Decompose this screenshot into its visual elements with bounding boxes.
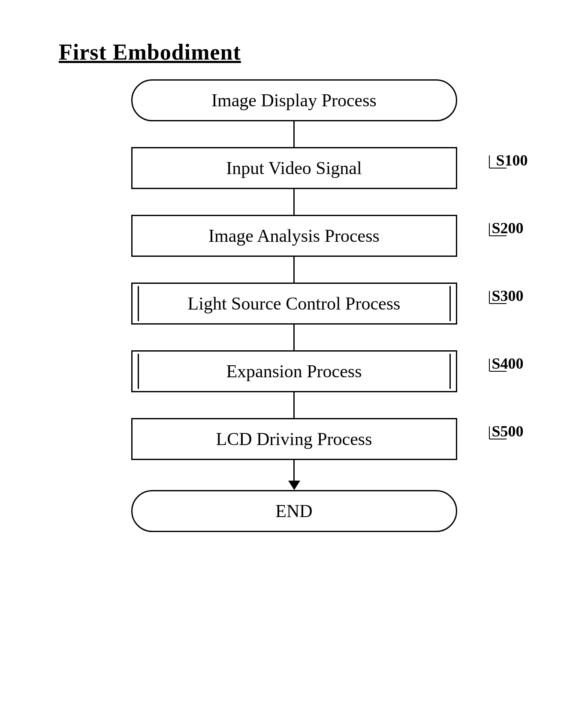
page-title: First Embodiment bbox=[59, 39, 241, 65]
input-video-node: Input Video Signal bbox=[131, 147, 457, 189]
s100-bracket bbox=[487, 147, 524, 189]
input-video-label: Input Video Signal bbox=[226, 158, 362, 178]
page: First Embodiment Image Display Process I… bbox=[0, 0, 588, 722]
image-analysis-label: Image Analysis Process bbox=[208, 226, 380, 246]
expansion-wrapper: Expansion Process S400 bbox=[101, 350, 487, 392]
end-wrapper: END bbox=[101, 490, 487, 532]
image-analysis-node: Image Analysis Process bbox=[131, 215, 457, 257]
lcd-driving-node: LCD Driving Process bbox=[131, 418, 457, 460]
lcd-driving-label: LCD Driving Process bbox=[216, 429, 372, 449]
connector-5 bbox=[293, 392, 295, 418]
image-display-node: Image Display Process bbox=[131, 79, 457, 121]
connector-1 bbox=[293, 121, 295, 147]
step-s200: S200 bbox=[492, 219, 523, 237]
image-display-label: Image Display Process bbox=[211, 90, 377, 111]
end-label: END bbox=[275, 501, 312, 521]
light-source-label: Light Source Control Process bbox=[188, 293, 401, 314]
expansion-label: Expansion Process bbox=[226, 361, 362, 382]
step-s300: S300 bbox=[492, 287, 523, 305]
arrowhead bbox=[288, 481, 300, 490]
step-s400: S400 bbox=[492, 355, 523, 373]
end-node: END bbox=[131, 490, 457, 532]
lcd-driving-wrapper: LCD Driving Process S500 bbox=[101, 418, 487, 460]
arrow-connector bbox=[293, 460, 295, 490]
light-source-node: Light Source Control Process bbox=[131, 283, 457, 325]
light-source-wrapper: Light Source Control Process S300 bbox=[101, 283, 487, 325]
step-s500: S500 bbox=[492, 422, 523, 440]
connector-4 bbox=[293, 325, 295, 350]
connector-2 bbox=[293, 189, 295, 215]
flowchart: Image Display Process Input Video Signal… bbox=[101, 79, 487, 532]
connector-3 bbox=[293, 257, 295, 283]
input-video-wrapper: Input Video Signal S100 bbox=[101, 147, 487, 189]
expansion-node: Expansion Process bbox=[131, 350, 457, 392]
image-analysis-wrapper: Image Analysis Process S200 bbox=[101, 215, 487, 257]
image-display-wrapper: Image Display Process bbox=[101, 79, 487, 121]
